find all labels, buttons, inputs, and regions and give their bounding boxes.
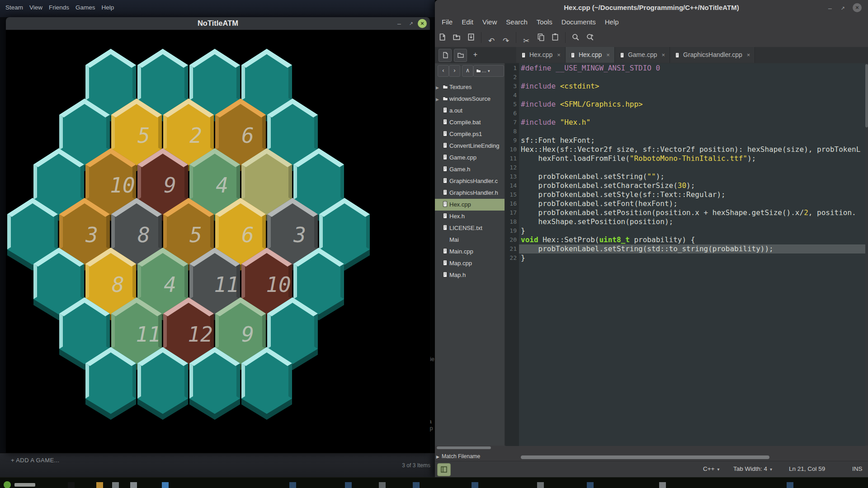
taskbar-item[interactable]: [787, 482, 793, 488]
taskbar-item[interactable]: [379, 482, 386, 488]
taskbar-item[interactable]: [68, 482, 75, 488]
file-item-textures[interactable]: ▶Textures: [435, 81, 505, 93]
hex-number: 3: [293, 223, 306, 247]
tab-graphicshandler.cpp[interactable]: GraphicsHandler.cpp×: [670, 47, 755, 63]
file-item-convertlineending[interactable]: ConvertLineEnding: [435, 140, 505, 152]
taskbar-item[interactable]: [413, 482, 420, 488]
restore-button[interactable]: ↗: [406, 19, 415, 28]
menu-tools[interactable]: Tools: [533, 18, 556, 26]
menu-edit[interactable]: Edit: [458, 18, 476, 26]
search-replace-icon[interactable]: [584, 32, 596, 43]
menu-search[interactable]: Search: [503, 18, 531, 26]
steam-menu-steam[interactable]: Steam: [5, 4, 23, 11]
steam-menu-view[interactable]: View: [29, 4, 42, 11]
taskbar-item[interactable]: [130, 482, 137, 488]
side-panel-toggle-button[interactable]: [437, 463, 451, 476]
cut-icon[interactable]: ✂: [520, 35, 532, 47]
file-item-compile.ps1[interactable]: Compile.ps1: [435, 128, 505, 140]
restore-button[interactable]: ↗: [838, 4, 847, 13]
minimize-button[interactable]: –: [826, 4, 835, 13]
tab-width-selector[interactable]: Tab Width: 4: [733, 465, 772, 472]
language-selector[interactable]: C++: [703, 465, 720, 472]
taskbar-item[interactable]: [14, 483, 35, 487]
back-button[interactable]: ‹: [438, 65, 449, 77]
code-editor[interactable]: #define __USE_MINGW_ANSI_STDIO 0#include…: [519, 63, 865, 446]
open-icon[interactable]: [451, 32, 462, 43]
pane-folder-button[interactable]: [454, 49, 467, 62]
editor-vertical-scrollbar[interactable]: [865, 63, 868, 446]
taskbar-item[interactable]: [345, 482, 352, 488]
menu-file[interactable]: File: [439, 18, 456, 26]
file-item-hex.h[interactable]: Hex.h: [435, 211, 505, 222]
taskbar-item[interactable]: [289, 482, 296, 488]
file-item-graphicshandler.c[interactable]: GraphicsHandler.c: [435, 175, 505, 187]
folder-dropdown[interactable]: … ▾: [473, 65, 504, 77]
taskbar-item[interactable]: [472, 482, 478, 488]
taskbar-item[interactable]: [4, 481, 11, 488]
file-item-hex.cpp[interactable]: Hex.cpp: [435, 199, 505, 211]
close-tab-icon[interactable]: ×: [606, 52, 610, 58]
match-filename-expander[interactable]: ▶Match Filename: [435, 451, 505, 462]
copy-icon[interactable]: [535, 32, 547, 43]
menu-view[interactable]: View: [479, 18, 500, 26]
code-line-17: probTokenLabel.setPosition(position.x + …: [519, 208, 865, 217]
file-item-game.h[interactable]: Game.h: [435, 164, 505, 175]
search-icon[interactable]: [570, 32, 581, 43]
file-item-map.cpp[interactable]: Map.cpp: [435, 258, 505, 269]
tab-hex.cpp[interactable]: Hex.cpp×: [566, 47, 615, 63]
file-item-mai[interactable]: Mai: [435, 234, 505, 246]
new-tab-button[interactable]: +: [469, 49, 481, 61]
close-button[interactable]: ×: [418, 19, 427, 28]
editor-titlebar[interactable]: Hex.cpp (~/Documents/Programming/C++/NoT…: [435, 0, 868, 15]
taskbar-item[interactable]: [96, 482, 103, 488]
redo-icon[interactable]: ↷: [500, 35, 512, 47]
forward-button[interactable]: ›: [449, 65, 460, 77]
minimize-button[interactable]: –: [395, 19, 404, 28]
file-item-map.h[interactable]: Map.h: [435, 269, 505, 281]
file-item-windowssource[interactable]: ▶windowsSource: [435, 93, 505, 105]
taskbar-item[interactable]: [112, 482, 119, 488]
close-tab-icon[interactable]: ×: [747, 52, 750, 58]
taskbar-item[interactable]: [162, 482, 169, 488]
close-button[interactable]: ×: [853, 3, 862, 12]
file-item-license.txt[interactable]: LICENSE.txt: [435, 222, 505, 234]
file-item-graphicshandler.h[interactable]: GraphicsHandler.h: [435, 187, 505, 199]
save-icon[interactable]: [465, 32, 477, 43]
file-name: Compile.bat: [449, 119, 481, 126]
up-button[interactable]: ∧: [462, 65, 473, 77]
file-item-compile.bat[interactable]: Compile.bat: [435, 117, 505, 128]
close-tab-icon[interactable]: ×: [557, 52, 561, 58]
tab-hex.cpp[interactable]: Hex.cpp×: [516, 47, 566, 63]
undo-icon[interactable]: ↶: [486, 35, 497, 47]
menu-help[interactable]: Help: [602, 18, 622, 26]
steam-menu-help[interactable]: Help: [102, 4, 114, 11]
add-a-game-button[interactable]: + ADD A GAME...: [11, 457, 60, 464]
line-number: 2: [505, 73, 519, 82]
steam-menu-games[interactable]: Games: [75, 4, 95, 11]
taskbar-item[interactable]: [587, 482, 594, 488]
file-item-main.cpp[interactable]: Main.cpp: [435, 246, 505, 258]
close-tab-icon[interactable]: ×: [662, 52, 665, 58]
new-document-icon[interactable]: [436, 32, 448, 43]
pane-document-button[interactable]: [439, 49, 452, 62]
hex-board[interactable]: 52610943856384111011129: [6, 30, 430, 453]
hex-number: 6: [241, 123, 254, 148]
tab-game.cpp[interactable]: Game.cpp×: [615, 47, 670, 63]
code-line-15: probTokenLabel.setStyle(sf::Text::Regula…: [519, 190, 865, 199]
file-browser-panel: ‹›∧… ▾ ▶Textures▶windowsSourcea.outCompi…: [435, 63, 505, 446]
toolbar-separator: [516, 32, 516, 43]
cursor-position-label: Ln 21, Col 59: [789, 465, 825, 472]
game-titlebar[interactable]: NoTitleATM – ↗ ×: [6, 17, 430, 30]
taskbar-item[interactable]: [659, 482, 666, 488]
paste-icon[interactable]: [549, 32, 561, 43]
file-item-a.out[interactable]: a.out: [435, 105, 505, 117]
editor-horizontal-scrollbar[interactable]: [521, 455, 769, 459]
taskbar[interactable]: [0, 477, 868, 488]
menu-documents[interactable]: Documents: [558, 18, 599, 26]
taskbar-item[interactable]: [537, 482, 544, 488]
steam-menu-friends[interactable]: Friends: [49, 4, 69, 11]
expander-triangle-icon[interactable]: ▶: [436, 82, 441, 93]
expander-triangle-icon[interactable]: ▶: [436, 94, 441, 105]
sidebar-scrollbar[interactable]: [437, 446, 491, 449]
file-item-game.cpp[interactable]: Game.cpp: [435, 152, 505, 164]
